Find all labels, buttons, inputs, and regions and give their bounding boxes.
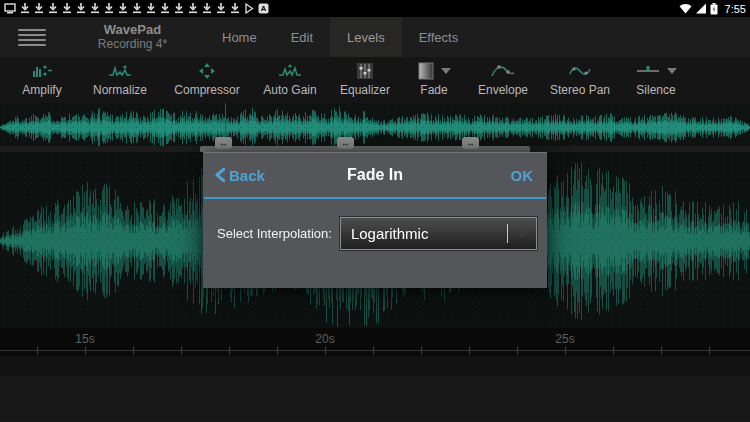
- ribbon-button-label: Envelope: [478, 83, 528, 97]
- equalizer-icon: [356, 61, 374, 80]
- chevron-down-icon: [515, 230, 529, 238]
- ribbon-button-label: Normalize: [93, 83, 147, 97]
- ribbon-button-amplify[interactable]: Amplify: [6, 57, 78, 103]
- battery-icon: [710, 3, 718, 15]
- ribbon-button-auto-gain[interactable]: Auto Gain: [252, 57, 328, 103]
- letter-a-icon: A: [258, 3, 269, 14]
- ruler-tick: [469, 346, 470, 355]
- ruler-tick: [133, 346, 134, 355]
- auto-gain-icon: [278, 61, 302, 80]
- ribbon-button-label: Amplify: [22, 83, 61, 97]
- ribbon-button-label: Auto Gain: [263, 83, 316, 97]
- tab-bar: HomeEditLevelsEffects: [205, 17, 475, 57]
- dropdown-separator: [507, 224, 508, 243]
- ruler-tick: [277, 346, 278, 355]
- wifi-icon: [679, 3, 692, 14]
- download-icon: [20, 3, 30, 14]
- download-icon: [104, 3, 114, 14]
- ribbon-button-stereo-pan[interactable]: Stereo Pan: [540, 57, 620, 103]
- download-icon: [230, 3, 240, 14]
- download-icon: [174, 3, 184, 14]
- app-title: WavePad Recording 4*: [60, 17, 205, 57]
- ribbon-button-fade[interactable]: Fade: [402, 57, 466, 103]
- ruler-tick: [565, 346, 566, 355]
- ribbon-button-label: Stereo Pan: [550, 83, 610, 97]
- chevron-left-icon: [215, 168, 225, 182]
- chevron-down-icon: [441, 68, 451, 74]
- ribbon-button-silence[interactable]: Silence: [620, 57, 692, 103]
- fade-in-dialog: Back Fade In OK Select Interpolation: Lo…: [203, 152, 547, 288]
- ruler-line: [0, 350, 750, 351]
- transport-bar: 0:00:00.00: [0, 376, 750, 422]
- envelope-icon: [491, 61, 515, 80]
- ribbon-button-envelope[interactable]: Envelope: [466, 57, 540, 103]
- wavepad-app: A 7:55 WavePad Recording 4* HomeEditLeve…: [0, 0, 750, 422]
- app-toolbar: WavePad Recording 4* HomeEditLevelsEffec…: [0, 17, 750, 57]
- download-icon: [62, 3, 72, 14]
- selection-handle[interactable]: ↔: [215, 137, 232, 149]
- chevron-down-icon: [667, 68, 677, 74]
- stereo-pan-icon: [568, 61, 592, 80]
- download-icon: [188, 3, 198, 14]
- ruler-tick: [37, 346, 38, 355]
- download-icon: [216, 3, 226, 14]
- status-bar-system: 7:55: [679, 3, 746, 15]
- menu-icon[interactable]: [18, 26, 46, 48]
- back-label: Back: [229, 167, 265, 184]
- tab-levels[interactable]: Levels: [330, 17, 402, 57]
- overview-waveform[interactable]: [0, 103, 750, 152]
- amplify-icon: [31, 61, 53, 80]
- time-label: 25s: [555, 332, 574, 346]
- fade-icon: [418, 61, 451, 80]
- tab-effects[interactable]: Effects: [402, 17, 476, 57]
- ruler-lower-strip: [0, 356, 750, 376]
- ribbon-button-label: Silence: [636, 83, 675, 97]
- selection-handle[interactable]: ↔: [337, 137, 354, 149]
- compressor-icon: [198, 61, 216, 80]
- ribbon-button-label: Compressor: [174, 83, 239, 97]
- interpolation-label: Select Interpolation:: [217, 226, 332, 241]
- svg-text:A: A: [261, 4, 267, 13]
- ribbon-button-normalize[interactable]: Normalize: [78, 57, 162, 103]
- download-icon: [160, 3, 170, 14]
- normalize-icon: [108, 61, 132, 80]
- ruler-tick: [229, 346, 230, 355]
- download-icon: [34, 3, 44, 14]
- download-icon: [118, 3, 128, 14]
- system-icons: [679, 3, 718, 15]
- ruler-tick: [325, 346, 326, 355]
- download-icon: [48, 3, 58, 14]
- ruler-tick: [421, 346, 422, 355]
- status-bar: A 7:55: [0, 0, 750, 17]
- download-icon: [146, 3, 156, 14]
- selection-handle[interactable]: ↔: [462, 137, 479, 149]
- silence-icon: [636, 61, 677, 80]
- tab-edit[interactable]: Edit: [274, 17, 330, 57]
- interpolation-dropdown[interactable]: Logarithmic: [340, 217, 537, 250]
- ribbon-button-equalizer[interactable]: Equalizer: [328, 57, 402, 103]
- ruler-tick: [709, 346, 710, 355]
- effects-ribbon: AmplifyNormalizeCompressorAuto GainEqual…: [0, 57, 750, 103]
- dialog-body: Select Interpolation: Logarithmic: [203, 199, 547, 250]
- download-icon: [132, 3, 142, 14]
- back-button[interactable]: Back: [215, 167, 265, 184]
- ruler-tick: [613, 346, 614, 355]
- dialog-header: Back Fade In OK: [203, 153, 547, 197]
- download-icon: [76, 3, 86, 14]
- status-bar-notifications: A: [4, 3, 269, 14]
- ruler-tick: [661, 346, 662, 355]
- cellular-icon: [695, 3, 707, 14]
- app-name: WavePad: [60, 23, 205, 37]
- ruler-tick: [85, 346, 86, 355]
- clock: 7:55: [725, 3, 746, 15]
- ribbon-button-label: Fade: [420, 83, 447, 97]
- time-label: 20s: [315, 332, 334, 346]
- ribbon-button-compressor[interactable]: Compressor: [162, 57, 252, 103]
- tab-home[interactable]: Home: [205, 17, 274, 57]
- download-icon: [90, 3, 100, 14]
- ok-button[interactable]: OK: [511, 167, 534, 184]
- ribbon-button-label: Equalizer: [340, 83, 390, 97]
- dropdown-value: Logarithmic: [341, 225, 507, 242]
- download-icon: [202, 3, 212, 14]
- timeline-ruler[interactable]: 15s20s25s: [0, 328, 750, 356]
